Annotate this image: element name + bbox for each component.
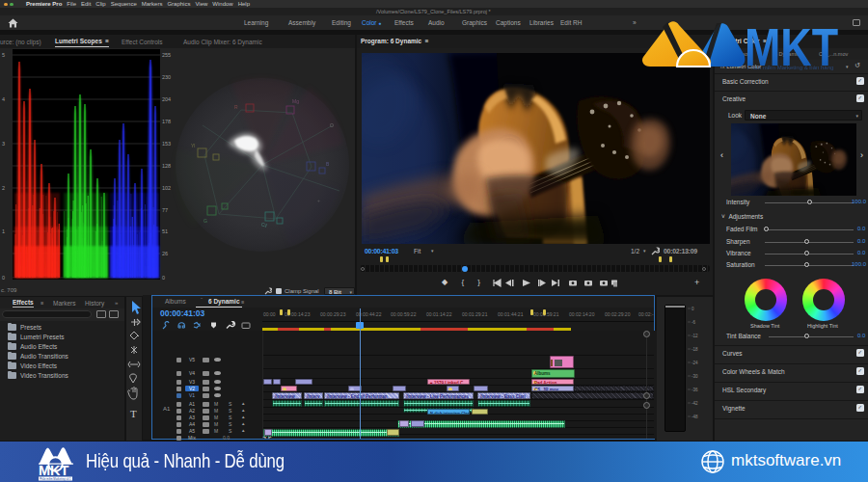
svg-text:Cy: Cy [261,222,268,228]
svg-text:Phần mềm Marketing số 1: Phần mềm Marketing số 1 [40,476,71,480]
svg-text:Phần mềm Marketing & bán hàng: Phần mềm Marketing & bán hàng [747,65,833,70]
svg-text:+: + [317,198,320,203]
svg-text:MKT: MKT [39,462,69,477]
svg-text:-18: -18 [692,347,698,352]
svg-text:Yl: Yl [191,143,195,148]
svg-text:4: 4 [2,96,5,102]
svg-text:128: 128 [162,163,171,169]
svg-text:230: 230 [162,74,171,80]
svg-text:-42: -42 [692,401,698,406]
svg-text:153: 153 [162,141,171,147]
svg-text:-36: -36 [692,388,698,392]
svg-text:-6: -6 [692,320,695,325]
svg-text:G: G [203,218,207,224]
svg-text:178: 178 [162,119,171,124]
svg-text:T: T [130,408,137,419]
svg-text:0: 0 [162,275,165,281]
svg-text:255: 255 [162,52,171,58]
svg-text:O: O [330,122,334,128]
svg-text:-48: -48 [692,415,698,419]
svg-text:102: 102 [162,185,171,191]
svg-text:51: 51 [162,228,168,234]
svg-text:-30: -30 [692,374,698,379]
svg-text:77: 77 [162,207,168,213]
svg-text:5: 5 [2,52,5,58]
svg-text:204: 204 [162,96,171,102]
svg-text:2: 2 [2,185,5,191]
svg-text:3: 3 [2,141,5,147]
svg-text:26: 26 [162,251,168,256]
svg-text:0: 0 [2,275,5,281]
svg-text:-24: -24 [692,361,698,365]
svg-text:R: R [234,104,238,110]
svg-text:1: 1 [2,228,5,234]
svg-text:-12: -12 [692,334,698,338]
svg-text:Mg: Mg [292,98,299,104]
svg-text:0: 0 [692,307,694,311]
